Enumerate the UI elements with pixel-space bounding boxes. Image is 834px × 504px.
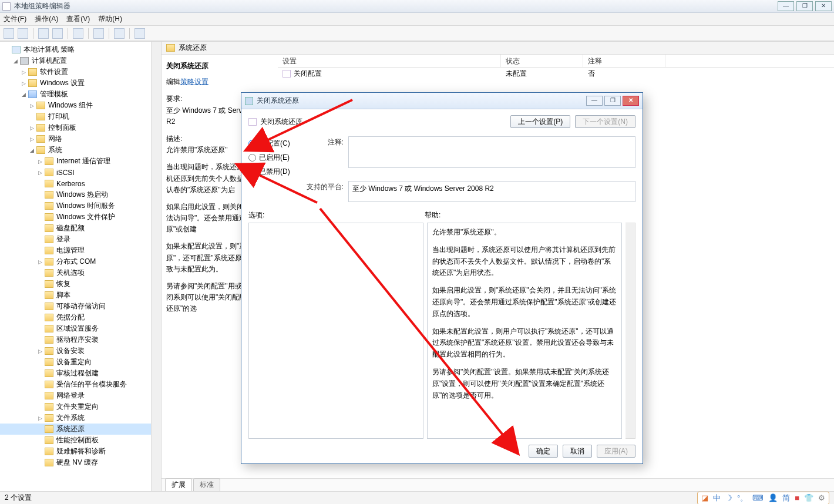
tab-extended[interactable]: 扩展 xyxy=(165,478,192,491)
tree-windows-settings[interactable]: ▷Windows 设置 xyxy=(0,78,161,89)
tree-item-system-child[interactable]: Windows 时间服务 xyxy=(0,200,161,211)
tree-item-system-child[interactable]: Windows 文件保护 xyxy=(0,211,161,223)
tree-item-system-child[interactable]: 文件夹重定向 xyxy=(0,401,161,412)
folder-icon xyxy=(45,459,53,466)
list-row[interactable]: 关闭配置 未配置 否 xyxy=(278,68,834,79)
folder-icon xyxy=(45,191,53,199)
tree-item-system-child[interactable]: 性能控制面板 xyxy=(0,435,161,446)
tree-software[interactable]: ▷软件设置 xyxy=(0,66,161,78)
tree-item-system-child[interactable]: 电源管理 xyxy=(0,245,161,256)
tree-network[interactable]: ▷网络 xyxy=(0,133,161,145)
ok-button[interactable]: 确定 xyxy=(529,445,558,458)
tree-control-panel[interactable]: ▷控制面板 xyxy=(0,122,161,133)
help-icon[interactable] xyxy=(93,28,104,39)
tree-printers[interactable]: 打印机 xyxy=(0,111,161,122)
tree-computer-config[interactable]: ◢计算机配置 xyxy=(0,55,161,66)
back-icon[interactable] xyxy=(4,28,14,39)
tree-item-system-child[interactable]: 受信任的平台模块服务 xyxy=(0,379,161,390)
tab-standard[interactable]: 标准 xyxy=(193,478,220,491)
folder-icon xyxy=(45,392,53,399)
col-setting[interactable]: 设置 xyxy=(278,55,501,67)
tree-item-system-child[interactable]: 硬盘 NV 缓存 xyxy=(0,457,161,468)
tree-item-system-child[interactable]: 凭据分配 xyxy=(0,312,161,323)
setting-icon xyxy=(283,70,291,78)
tree-item-system-child[interactable]: ▷iSCSI xyxy=(0,167,161,178)
forward-icon[interactable] xyxy=(18,28,28,39)
camera-icon[interactable]: ■ xyxy=(795,493,799,502)
close-button[interactable]: ✕ xyxy=(815,1,832,11)
gear-icon[interactable]: ⚙ xyxy=(818,493,825,502)
tree-label: 驱动程序安装 xyxy=(56,335,99,345)
tree-item-system-child[interactable]: 设备重定向 xyxy=(0,357,161,368)
user-icon[interactable]: 👤 xyxy=(768,493,778,502)
tree-item-system-child[interactable]: ▷Internet 通信管理 xyxy=(0,156,161,167)
tree-item-system-child[interactable]: 登录 xyxy=(0,234,161,245)
folder-icon xyxy=(45,414,53,422)
tree-scrollbar[interactable] xyxy=(151,42,161,491)
ime-mode[interactable]: 简 xyxy=(782,493,790,503)
ime-lang[interactable]: 中 xyxy=(713,493,721,503)
comment-field[interactable] xyxy=(348,136,635,168)
tree-item-system-child[interactable]: 区域设置服务 xyxy=(0,323,161,334)
tree-admin-templates[interactable]: ◢管理模板 xyxy=(0,89,161,100)
shirt-icon[interactable]: 👕 xyxy=(804,493,813,502)
tree-item-system-child[interactable]: 脚本 xyxy=(0,290,161,301)
help-paragraph: 如果未配置此设置，则用户可以执行"系统还原"，还可以通过系统保护配置"系统还原"… xyxy=(432,326,617,361)
tree-item-system-child[interactable]: ▷分布式 COM xyxy=(0,256,161,267)
menu-help[interactable]: 帮助(H) xyxy=(98,14,122,24)
tree-item-system-child[interactable]: 网络登录 xyxy=(0,390,161,401)
tree-item-system-child[interactable]: ▷设备安装 xyxy=(0,345,161,357)
menu-file[interactable]: 文件(F) xyxy=(4,14,26,24)
folder-icon xyxy=(45,224,53,232)
menu-action[interactable]: 操作(A) xyxy=(35,14,58,24)
col-state[interactable]: 状态 xyxy=(501,55,583,67)
tree-item-system-child[interactable]: 疑难解答和诊断 xyxy=(0,446,161,457)
menu-view[interactable]: 查看(V) xyxy=(66,14,90,24)
tree-root[interactable]: 本地计算机 策略 xyxy=(0,44,161,55)
col-note[interactable]: 注释 xyxy=(583,55,665,67)
dialog-titlebar[interactable]: 关闭系统还原 — ❐ ✕ xyxy=(241,93,643,109)
folder-icon xyxy=(166,44,175,52)
status-text: 2 个设置 xyxy=(5,493,32,503)
tree-item-system-child[interactable]: 系统还原 xyxy=(0,424,161,435)
radio-enabled[interactable]: 已启用(E) xyxy=(248,150,304,164)
properties-icon[interactable] xyxy=(114,28,125,39)
cancel-button[interactable]: 取消 xyxy=(563,445,592,458)
export-icon[interactable] xyxy=(73,28,83,39)
bubble-icon[interactable]: °。 xyxy=(737,493,748,503)
tree-item-system-child[interactable]: 磁盘配额 xyxy=(0,223,161,234)
folder-icon xyxy=(28,90,37,98)
policy-settings-link[interactable]: 策略设置 xyxy=(180,78,208,86)
folder-icon xyxy=(45,247,53,254)
radio-disabled[interactable]: 已禁用(D) xyxy=(248,164,304,179)
refresh-icon[interactable] xyxy=(52,28,63,39)
folder-icon xyxy=(45,448,53,455)
dlg-minimize[interactable]: — xyxy=(586,96,603,106)
filter-icon[interactable] xyxy=(134,28,145,39)
keyboard-icon[interactable]: ⌨ xyxy=(752,493,764,502)
tree-item-system-child[interactable]: 审核过程创建 xyxy=(0,368,161,379)
maximize-button[interactable]: ❐ xyxy=(796,1,813,11)
tree-label: 区域设置服务 xyxy=(56,324,99,334)
dlg-close[interactable]: ✕ xyxy=(623,96,639,106)
up-icon[interactable] xyxy=(38,28,49,39)
tree-item-system-child[interactable]: ▷文件系统 xyxy=(0,412,161,424)
tree-system[interactable]: ◢系统 xyxy=(0,145,161,156)
radio-not-configured[interactable]: 未配置(C) xyxy=(248,136,304,150)
moon-icon[interactable]: ☽ xyxy=(725,493,732,502)
tree-item-system-child[interactable]: 关机选项 xyxy=(0,267,161,278)
tree-item-system-child[interactable]: 恢复 xyxy=(0,278,161,290)
tree-win-components[interactable]: ▷Windows 组件 xyxy=(0,100,161,111)
help-scrollbar[interactable] xyxy=(626,223,635,439)
tree-item-system-child[interactable]: Windows 热启动 xyxy=(0,189,161,200)
tree-label: Windows 文件保护 xyxy=(56,212,115,222)
tree-label: 疑难解答和诊断 xyxy=(56,446,106,456)
tree-label: 文件夹重定向 xyxy=(56,402,99,412)
tree-label: 硬盘 NV 缓存 xyxy=(56,458,98,468)
dlg-maximize[interactable]: ❐ xyxy=(604,96,621,106)
prev-setting-button[interactable]: 上一个设置(P) xyxy=(510,115,570,128)
tree-item-system-child[interactable]: 驱动程序安装 xyxy=(0,334,161,345)
minimize-button[interactable]: — xyxy=(778,1,794,11)
tree-item-system-child[interactable]: 可移动存储访问 xyxy=(0,301,161,312)
tree-item-system-child[interactable]: Kerberos xyxy=(0,178,161,189)
